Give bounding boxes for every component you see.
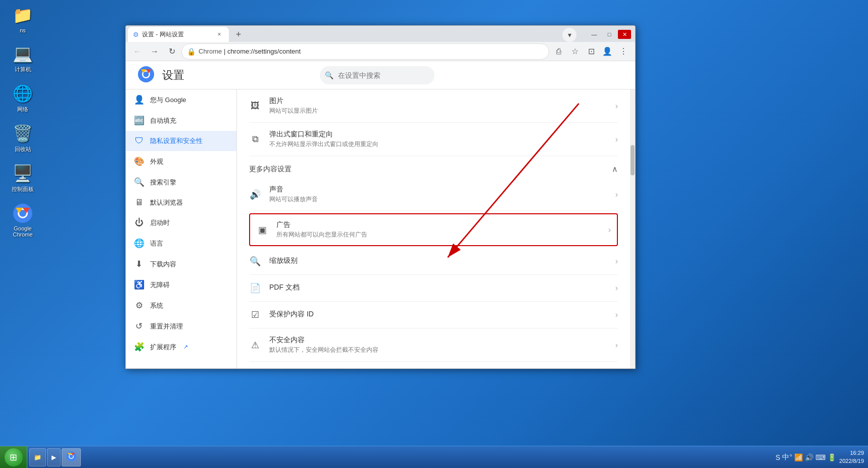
minimize-button[interactable]: — [588,30,601,39]
sidebar-item-startup[interactable]: ⏻ 启动时 [126,213,236,233]
chrome-taskbar-icon [13,203,33,223]
images-arrow-icon: › [615,102,618,111]
main-scroll-thumb[interactable] [631,145,635,175]
sidebar-item-extensions[interactable]: 🧩 扩展程序 ↗ [126,337,236,357]
sidebar-item-search[interactable]: 🔍 搜索引擎 [126,172,236,193]
sidebar-label-appearance: 外观 [150,157,163,166]
sidebar-label-search: 搜索引擎 [150,178,176,187]
main-scrollbar[interactable] [630,89,635,368]
protected-arrow-icon: › [615,310,618,319]
tray-battery-icon: 🔋 [828,453,836,461]
popups-icon: ⧉ [249,133,261,146]
content-item-unsafe[interactable]: ⚠ 不安全内容 默认情况下，安全网站会拦截不安全内容 › [249,329,618,362]
taskbar-explorer[interactable]: 📁 [29,448,46,466]
images-text: 图片 网站可以显示图片 [269,97,607,115]
sidebar-item-accessibility[interactable]: ♿ 无障碍 [126,274,236,295]
startup-icon: ⏻ [134,218,144,228]
explorer-icon: 📁 [34,454,41,461]
settings-sidebar: 👤 您与 Google 🔤 自动填充 🛡 隐私设置和安全性 🎨 外观 [126,89,237,368]
svg-point-10 [70,455,73,458]
protected-text: 受保护内容 ID [269,310,607,320]
sidebar-item-reset[interactable]: ↺ 重置并清理 [126,316,236,337]
sidebar-label-google: 您与 Google [150,96,186,105]
sidebar-item-language[interactable]: 🌐 语言 [126,233,236,254]
content-item-ads[interactable]: ▣ 广告 所有网站都可以向您显示任何广告 › [249,213,618,246]
sidebar-label-browser: 默认浏览器 [150,198,183,207]
protected-title: 受保护内容 ID [269,310,607,319]
sidebar-item-download[interactable]: ⬇ 下载内容 [126,254,236,274]
close-button[interactable]: ✕ [618,30,631,39]
content-item-sound[interactable]: 🔊 声音 网站可以播放声音 › [249,178,618,211]
sound-subtitle: 网站可以播放声音 [269,195,607,204]
tab-favicon-icon: ⚙ [133,31,139,38]
more-content-label: 更多内容设置 [249,165,292,174]
sidebar-item-autofill[interactable]: 🔤 自动填充 [126,110,236,131]
content-item-images[interactable]: 🖼 图片 网站可以显示图片 › [249,89,618,123]
content-item-zoom[interactable]: 🔍 缩放级别 › [249,248,618,275]
profile-button[interactable]: 👤 [600,44,615,59]
zoom-title: 缩放级别 [269,256,607,265]
sidebar-label-startup: 启动时 [150,218,170,227]
images-title: 图片 [269,97,607,106]
forward-button[interactable]: → [147,44,162,59]
clock-date: 2022/8/19 [839,457,864,465]
content-item-pdf[interactable]: 📄 PDF 文档 › [249,275,618,302]
sidebar-item-privacy[interactable]: 🛡 隐私设置和安全性 [126,131,236,151]
recycle-icon: 🗑️ [13,123,33,144]
ads-icon: ▣ [256,224,268,236]
network-label: 网络 [17,106,28,113]
sidebar-label-language: 语言 [150,239,163,248]
sidebar-item-google[interactable]: 👤 您与 Google [126,89,236,110]
content-item-popups[interactable]: ⧉ 弹出式窗口和重定向 不允许网站显示弹出式窗口或使用重定向 › [249,123,618,156]
images-icon: 🖼 [249,100,261,112]
refresh-button[interactable]: ↻ [164,44,179,59]
new-tab-button[interactable]: + [231,27,246,42]
desktop-icon-ns[interactable]: 📁 ns [5,5,40,33]
maximize-button[interactable]: □ [603,30,616,39]
sidebar-item-browser[interactable]: 🖥 默认浏览器 [126,193,236,213]
desktop-icon-recycle[interactable]: 🗑️ 回收站 [5,123,40,153]
sidebar-toggle-button[interactable]: ⊡ [584,44,599,59]
sidebar-label-accessibility: 无障碍 [150,280,170,290]
more-content-section-header[interactable]: 更多内容设置 ∧ [249,156,618,178]
chrome-taskbar-icon2 [66,451,76,463]
tray-lang-icon: 中° [782,453,792,462]
content-item-protected[interactable]: ☑ 受保护内容 ID › [249,302,618,329]
pdf-icon: 📄 [249,282,261,294]
tray-s-icon: S [776,453,780,461]
taskbar: ⊞ 📁 ▶ [0,446,868,468]
unsafe-subtitle: 默认情况下，安全网站会拦截不安全内容 [269,346,607,354]
autofill-icon: 🔤 [134,115,144,126]
tab-close-button[interactable]: × [215,30,224,39]
sidebar-label-reset: 重置并清理 [150,322,183,331]
bookmark-button[interactable]: ☆ [567,44,583,59]
desktop-icon-computer[interactable]: 💻 计算机 [5,43,40,73]
chrome-toolbar: ← → ↻ 🔒 Chrome | chrome://settings/conte… [126,42,635,61]
sidebar-item-system[interactable]: ⚙ 系统 [126,295,236,316]
menu-button[interactable]: ⋮ [616,44,631,59]
settings-page: 设置 🔍 👤 您与 Google 🔤 自动填充 [126,61,635,368]
content-section: 🖼 图片 网站可以显示图片 › ⧉ 弹出式窗口和重定向 [237,89,630,362]
taskbar-media[interactable]: ▶ [47,448,61,466]
desktop-icon-chrome[interactable]: GoogleChrome [5,203,40,238]
settings-title: 设置 [162,68,184,83]
clock-time: 16:29 [839,449,864,457]
extensions-external-icon: ↗ [183,344,188,350]
ads-arrow-icon: › [608,225,611,235]
share-button[interactable]: ⎙ [551,44,566,59]
protected-content-icon: ☑ [249,309,261,321]
tab-dropdown-button[interactable]: ▾ [562,28,576,42]
chrome-label: GoogleChrome [13,225,32,238]
back-button[interactable]: ← [130,44,145,59]
address-bar[interactable]: 🔒 Chrome | chrome://settings/content [181,43,549,60]
start-button[interactable]: ⊞ [0,446,27,469]
recycle-label: 回收站 [15,146,31,153]
settings-search-input[interactable] [320,66,435,84]
desktop-icon-control[interactable]: 🖥️ 控制面板 [5,163,40,193]
chrome-tab[interactable]: ⚙ 设置 - 网站设置 × [128,27,229,42]
control-label: 控制面板 [12,185,34,193]
desktop-icon-network[interactable]: 🌐 网络 [5,83,40,113]
sidebar-item-appearance[interactable]: 🎨 外观 [126,151,236,172]
control-icon: 🖥️ [13,163,33,183]
taskbar-chrome[interactable] [62,448,81,466]
